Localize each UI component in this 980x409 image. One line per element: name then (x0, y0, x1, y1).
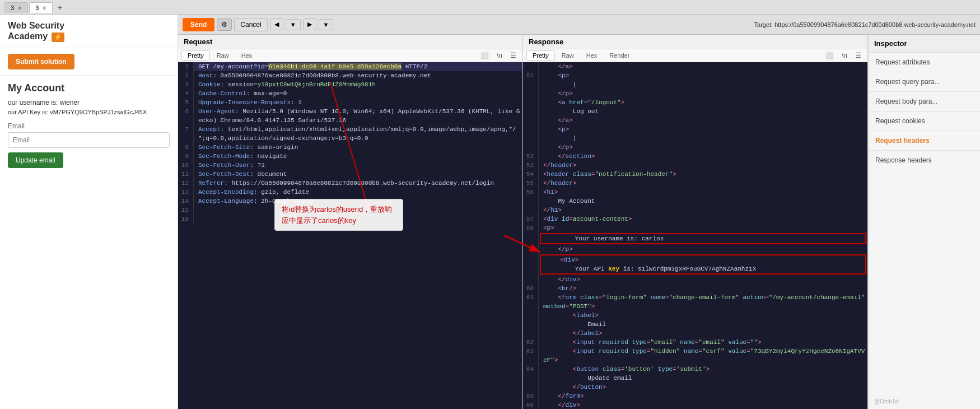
req-icon-menu[interactable]: ☰ (507, 50, 519, 61)
inspector-item-body-params[interactable]: Request body para... (869, 92, 980, 111)
account-title: My Account (8, 82, 170, 94)
nav-forward-button[interactable]: ▶ (303, 18, 316, 30)
account-section: My Account our username is: wiener our A… (0, 76, 178, 175)
req-line-1: 1 GET /my-account?id=61e346b1-dc08-4a1f-… (178, 62, 522, 71)
req-tab-hex[interactable]: Hex (236, 51, 258, 60)
logo-web: Web Security (8, 21, 64, 30)
req-tab-pretty[interactable]: Pretty (181, 50, 210, 61)
email-label: Email (8, 122, 170, 130)
submit-solution-button[interactable]: Submit solution (8, 54, 74, 69)
req-line-15: 15 (178, 206, 522, 215)
req-line-2: 2 Host: 0a55009904876ace80821c7d00d800b8… (178, 71, 522, 80)
left-sidebar: Web Security Academy ⚡ Submit solution M… (0, 15, 178, 409)
nav-down2-button[interactable]: ▼ (319, 19, 334, 30)
new-tab-button[interactable]: + (54, 3, 66, 13)
logo-academy: Academy (8, 31, 48, 41)
resp-tab-render[interactable]: Render (604, 51, 635, 60)
request-panel-title: Request (178, 35, 522, 49)
req-line-3: 3 Cookie: session=y18pxtC9w1QkjnBrnBdP1Z… (178, 80, 522, 89)
resp-tab-hex[interactable]: Hex (581, 51, 603, 60)
inspector-item-request-attributes[interactable]: Request attributes (869, 53, 980, 72)
send-button[interactable]: Send (183, 18, 214, 31)
response-panel-title: Response (523, 35, 867, 49)
req-line-10: 10 Sec-Fetch-User: ?1 (178, 161, 522, 170)
api-key-display: our API Key is: vM7PGYQ9OYBpSPJ1zsalGcJ4… (8, 109, 170, 115)
response-code-area[interactable]: </a> 51 <p> | </p> (523, 62, 867, 409)
carlos-api-key-line: Your API Key is: s1lwcrdpm3gxRFouGCV7Agh… (523, 264, 867, 275)
tab-1-close[interactable]: ✕ (17, 5, 22, 11)
req-line-16: 16 (178, 215, 522, 224)
gear-button[interactable]: ⚙ (217, 18, 232, 31)
resp-tab-raw[interactable]: Raw (556, 51, 580, 60)
req-tab-raw[interactable]: Raw (211, 51, 235, 60)
request-code-area[interactable]: 1 GET /my-account?id=61e346b1-dc08-4a1f-… (178, 62, 522, 409)
carlos-username-line: Your username is: carlos (523, 233, 867, 245)
req-icon-ln[interactable]: \n (494, 50, 505, 61)
burp-toolbar: Send ⚙ Cancel ◀ ▼ ▶ ▼ Target: https://0a… (178, 15, 980, 35)
nav-down-button[interactable]: ▼ (286, 19, 301, 30)
tab-2[interactable]: 3 ✕ (29, 2, 53, 13)
target-url: Target: https://0a55009904876a6e80821c7d… (335, 21, 976, 28)
tab-2-close[interactable]: ✕ (42, 5, 46, 11)
tab-1[interactable]: 3 ✕ (4, 2, 28, 13)
req-line-14: 14 Accept-Language: zh-CN,zh;q=0.9 (178, 197, 522, 206)
email-input[interactable] (8, 132, 170, 148)
req-line-13: 13 Accept-Encoding: gzip, deflate (178, 188, 522, 197)
inspector-panel: Inspector Request attributes Request que… (868, 35, 980, 409)
req-line-9: 9 Sec-Fetch-Mode: navigate (178, 152, 522, 161)
req-icon-wrap[interactable]: ⬜ (478, 50, 492, 61)
req-line-4: 4 Cache-Control: max-age=0 (178, 89, 522, 98)
resp-tab-pretty[interactable]: Pretty (526, 50, 555, 61)
logo-area: Web Security Academy ⚡ (0, 15, 178, 48)
req-line-12: 12 Referer: https://0a55009904876a6e8082… (178, 179, 522, 188)
response-panel-tabs: Pretty Raw Hex Render ⬜ \n ☰ (523, 49, 867, 62)
nav-back-button[interactable]: ◀ (270, 18, 283, 30)
req-line-8: 8 Sec-Fetch-Site: same-origin (178, 143, 522, 152)
username-display: our username is: wiener (8, 99, 170, 106)
req-line-7: 7 Accept: text/html,application/xhtml+xm… (178, 125, 522, 143)
req-line-11: 11 Sec-Fetch-Dest: document (178, 170, 522, 179)
logo-icon: ⚡ (52, 32, 64, 41)
watermark: @Orch1d (869, 394, 980, 409)
inspector-item-cookies[interactable]: Request cookies (869, 111, 980, 131)
tab-bar: 3 ✕ 3 ✕ + (0, 0, 980, 15)
resp-icon-menu[interactable]: ☰ (852, 50, 864, 61)
request-panel: Request Pretty Raw Hex ⬜ \n ☰ (178, 35, 523, 409)
response-panel: Response Pretty Raw Hex Render ⬜ \n ☰ (523, 35, 868, 409)
resp-icon-wrap[interactable]: ⬜ (823, 50, 837, 61)
req-line-6: 6 User-Agent: Mozilla/5.0 (Windows NT 10… (178, 107, 522, 125)
api-key-div-open: <div> (523, 254, 867, 264)
resp-icon-ln[interactable]: \n (839, 50, 850, 61)
request-panel-tabs: Pretty Raw Hex ⬜ \n ☰ (178, 49, 522, 62)
inspector-item-request-headers[interactable]: Request headers (869, 131, 980, 151)
inspector-item-response-headers[interactable]: Response headers (869, 151, 980, 170)
cancel-button[interactable]: Cancel (234, 18, 267, 31)
update-email-button[interactable]: Update email (8, 152, 63, 168)
inspector-item-query-params[interactable]: Request query para... (869, 72, 980, 92)
inspector-title: Inspector (869, 35, 980, 53)
req-line-5: 5 Upgrade-Insecure-Requests: 1 (178, 98, 522, 107)
